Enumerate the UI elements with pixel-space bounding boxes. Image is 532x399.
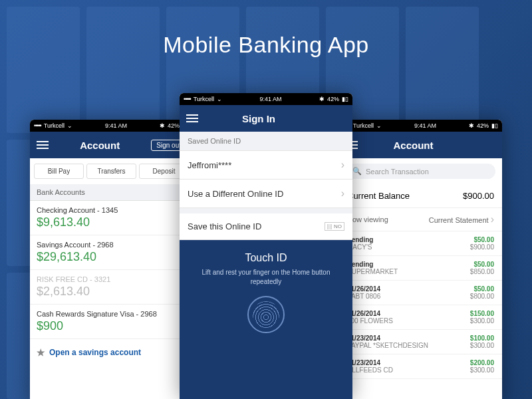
- account-row[interactable]: Savings Account - 2968$29,613.40: [30, 235, 193, 270]
- hero-title: Mobile Banking App: [0, 32, 532, 58]
- fingerprint-icon[interactable]: [247, 296, 285, 333]
- tab-billpay[interactable]: Bill Pay: [34, 164, 84, 179]
- save-id-label: Save this Online ID: [188, 221, 261, 231]
- saved-id-header: Saved Online ID: [180, 132, 352, 151]
- txn-merchant: PAYPAL *SKETCHDESIGN: [347, 342, 428, 349]
- account-row[interactable]: Checking Account - 1345$9,613.40: [30, 201, 193, 235]
- account-row[interactable]: Cash Rewards Signature Visa - 2968$900: [30, 305, 193, 339]
- search-placeholder: Search Transaction: [366, 168, 429, 176]
- nav-title: Account: [394, 140, 434, 151]
- account-name: Cash Rewards Signature Visa - 2968: [37, 310, 186, 318]
- txn-amount: $50.00: [470, 285, 494, 293]
- transaction-row[interactable]: 11/26/2014PABT 0806$50.00$800.00: [339, 281, 502, 305]
- phone-sign-in: •••••Turkcell⌄ 9:41 AM ✱42%▮▯ Sign In Sa…: [180, 93, 352, 399]
- promo-label: Open a savings account: [49, 348, 141, 357]
- touch-id-title: Touch ID: [193, 252, 339, 264]
- txn-amount: $50.00: [470, 236, 494, 243]
- now-viewing-row[interactable]: Now viewing Current Statement ›: [339, 208, 502, 231]
- account-balance: $29,613.40: [37, 250, 186, 264]
- txn-amount: $100.00: [470, 334, 494, 342]
- nav-title: Sign In: [242, 113, 275, 124]
- search-input[interactable]: 🔍 Search Transaction: [346, 164, 495, 179]
- txn-balance: $300.00: [470, 366, 494, 374]
- menu-icon[interactable]: [186, 114, 198, 122]
- balance-label: Current Balance: [347, 191, 410, 201]
- now-viewing-label: Now viewing: [347, 215, 388, 223]
- account-balance: $900: [37, 319, 186, 333]
- balance-row: Current Balance $900.00: [339, 184, 502, 208]
- txn-merchant: SUPERMARKET: [347, 268, 398, 275]
- wifi-icon: ⌄: [217, 96, 222, 102]
- txn-date: 11/23/2014: [347, 334, 428, 342]
- txn-amount: $200.00: [470, 359, 494, 366]
- menu-icon[interactable]: [37, 141, 49, 149]
- saved-user-row[interactable]: Jeffromi**** ›: [180, 151, 352, 180]
- wifi-icon: ⌄: [376, 122, 382, 129]
- status-bar: •••••Turkcell⌄ 9:41 AM ✱42%▮▯: [180, 93, 352, 105]
- nav-bar: Sign In: [180, 105, 352, 132]
- account-balance: $9,613.40: [37, 215, 186, 229]
- phone-transactions: •••••Turkcell⌄ 9:41 AM ✱42%▮▯ Account 🔍 …: [339, 120, 502, 399]
- touch-id-panel: Touch ID Lift and rest your finger on th…: [180, 240, 352, 399]
- transaction-row[interactable]: PendingMACY'S$50.00$900.00: [339, 231, 502, 256]
- account-name: Savings Account - 2968: [37, 241, 186, 249]
- txn-balance: $900.00: [470, 243, 494, 251]
- txn-amount: $50.00: [470, 261, 494, 268]
- status-bar: •••••Turkcell⌄ 9:41 AM ✱42%▮▯: [30, 120, 193, 132]
- account-balance: $2,613.40: [37, 285, 186, 299]
- txn-balance: $850.00: [470, 268, 494, 275]
- transaction-row[interactable]: 11/23/2014ULLFEEDS CD$200.00$300.00: [339, 354, 502, 379]
- account-name: RISK FREE CD - 3321: [37, 275, 186, 283]
- status-bar: •••••Turkcell⌄ 9:41 AM ✱42%▮▯: [339, 120, 502, 132]
- txn-balance: $300.00: [470, 317, 494, 325]
- promo-open-savings[interactable]: ★ Open a savings account: [30, 339, 193, 366]
- txn-date: 11/26/2014: [347, 310, 393, 317]
- chevron-right-icon: ›: [341, 159, 344, 171]
- account-row[interactable]: RISK FREE CD - 3321$2,613.40: [30, 270, 193, 305]
- star-icon: ★: [37, 347, 45, 358]
- section-header: Bank Accounts: [30, 184, 193, 201]
- account-name: Checking Account - 1345: [37, 206, 186, 214]
- transaction-row[interactable]: 11/23/2014PAYPAL *SKETCHDESIGN$100.00$30…: [339, 330, 502, 354]
- txn-date: 11/23/2014: [347, 359, 393, 366]
- different-id-row[interactable]: Use a Different Online ID ›: [180, 180, 352, 208]
- txn-balance: $300.00: [470, 342, 494, 349]
- save-id-row[interactable]: Save this Online ID NO: [180, 213, 352, 240]
- nav-bar: Account Sign out: [30, 132, 193, 158]
- txn-balance: $800.00: [470, 293, 494, 300]
- chevron-right-icon: ›: [491, 213, 494, 225]
- balance-value: $900.00: [463, 191, 494, 201]
- battery-icon: ▮▯: [342, 96, 348, 102]
- different-id-label: Use a Different Online ID: [188, 189, 283, 199]
- search-icon: 🔍: [352, 167, 362, 176]
- saved-user-label: Jeffromi****: [188, 160, 231, 170]
- battery-icon: ▮▯: [491, 122, 498, 129]
- save-id-toggle[interactable]: NO: [325, 222, 344, 231]
- nav-title: Account: [80, 140, 120, 151]
- txn-merchant: ULLFEEDS CD: [347, 366, 393, 374]
- account-tabs: Bill Pay Transfers Deposit: [30, 158, 193, 184]
- tab-transfers[interactable]: Transfers: [86, 164, 136, 179]
- transaction-row[interactable]: 11/26/2014800 FLOWERS$150.00$300.00: [339, 305, 502, 330]
- txn-amount: $150.00: [470, 310, 494, 317]
- touch-id-subtitle: Lift and rest your finger on the Home bu…: [193, 268, 339, 287]
- transaction-row[interactable]: PendingSUPERMARKET$50.00$850.00: [339, 256, 502, 281]
- wifi-icon: ⌄: [67, 122, 72, 129]
- txn-merchant: 800 FLOWERS: [347, 317, 393, 325]
- chevron-right-icon: ›: [341, 188, 344, 200]
- nav-bar: Account: [339, 132, 502, 158]
- phone-account-list: •••••Turkcell⌄ 9:41 AM ✱42%▮▯ Account Si…: [30, 120, 193, 399]
- txn-date: Pending: [347, 261, 398, 268]
